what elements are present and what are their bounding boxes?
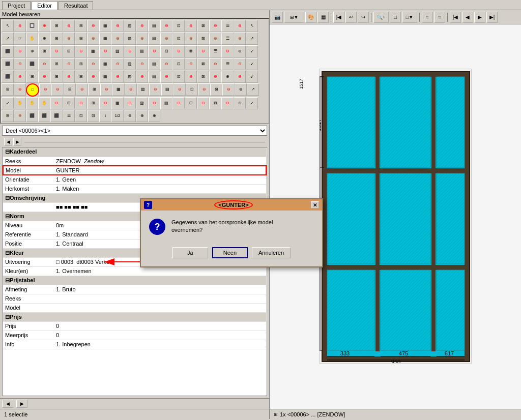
tool-btn-r6-7[interactable]: ⊖	[76, 83, 88, 96]
tool-btn-r3-6[interactable]: ⊞	[63, 45, 75, 57]
tool-btn-r5-9[interactable]: ▦	[99, 71, 111, 83]
part-selector[interactable]: Deel <00006><1>	[2, 126, 267, 136]
tool-btn-r5-8[interactable]: ⊖	[87, 71, 99, 83]
dialog-titlebar[interactable]: ? <GUNTER> ✕	[141, 199, 322, 211]
tool-btn-r2-7[interactable]: ⊞	[75, 33, 87, 45]
tool-btn-r7-19[interactable]: ⊖	[221, 97, 234, 109]
tool-btn-r4-21[interactable]: ↙	[246, 58, 258, 70]
tool-btn-r5-17[interactable]: ⊠	[197, 71, 209, 83]
tool-btn-7[interactable]: ⊞	[75, 20, 87, 32]
tool-btn-r6-19[interactable]: ⊖	[222, 83, 235, 96]
tool-btn-r2-19[interactable]: ☰	[221, 33, 234, 45]
tool-btn-r6-17[interactable]: ⊖	[198, 83, 210, 96]
prop-info[interactable]: Info 1. Inbegrepen	[3, 340, 266, 349]
tool-btn-r5-5[interactable]: ⊞	[50, 71, 63, 83]
prop-prijstabel-reeks[interactable]: Reeks	[3, 294, 266, 303]
tool-btn-12[interactable]: ⊖	[136, 20, 148, 32]
prop-nav-left[interactable]: ◀	[4, 138, 12, 146]
tool-btn-r8-5[interactable]: ⬛	[50, 110, 63, 122]
tool-btn-r2-20[interactable]: ⊖	[234, 33, 246, 45]
dialog-btn-annuleren[interactable]: Annuleren	[252, 247, 291, 258]
tool-btn-r5-2[interactable]: ⊖	[14, 71, 26, 83]
tool-btn-r4-6[interactable]: ⊖	[63, 58, 75, 70]
tool-btn-r2-1[interactable]: ↗	[2, 33, 14, 45]
tool-btn-r7-4[interactable]: ✋	[38, 97, 50, 109]
tool-btn-r6-20[interactable]: ⊕	[235, 83, 247, 96]
tool-btn-r5-6[interactable]: ⊖	[63, 71, 75, 83]
tool-btn-r2-3[interactable]: ✋	[26, 33, 38, 45]
tool-btn-r6-14[interactable]: ▤	[161, 83, 173, 96]
tool-btn-r2-17[interactable]: ⊠	[197, 33, 209, 45]
tool-btn-r2-11[interactable]: ▨	[124, 33, 136, 45]
tool-btn-r4-19[interactable]: ☰	[221, 58, 234, 70]
tool-btn-r3-20[interactable]: ⊕	[234, 45, 246, 57]
tb-skip-end[interactable]: ▶|	[486, 12, 498, 23]
tool-btn-r4-1[interactable]: ⬛	[2, 58, 14, 70]
tool-btn-15[interactable]: ⊡	[172, 20, 185, 32]
tool-btn-5[interactable]: ⊞	[50, 20, 63, 32]
tool-btn-r8-2[interactable]: ⊖	[14, 110, 26, 122]
tool-btn-4[interactable]: ⊕	[38, 20, 50, 32]
tool-btn-r7-20[interactable]: ⊕	[234, 97, 246, 109]
prop-nav-right[interactable]: ▶	[13, 138, 21, 146]
tool-btn-r4-11[interactable]: ▨	[124, 58, 136, 70]
tool-btn-r5-16[interactable]: ⊖	[185, 71, 197, 83]
tool-btn-r6-11[interactable]: ⊖	[125, 83, 137, 96]
tool-btn-r3-11[interactable]: ⊖	[124, 45, 136, 57]
tool-btn-r7-3[interactable]: ✋	[26, 97, 38, 109]
tool-btn-r7-8[interactable]: ⊞	[87, 97, 99, 109]
tool-btn-r6-4[interactable]: ⊖	[39, 83, 51, 96]
tool-btn-14[interactable]: ⊖	[160, 20, 172, 32]
tool-btn-18[interactable]: ⊖	[209, 20, 221, 32]
tool-btn-r7-5[interactable]: ⊖	[50, 97, 63, 109]
tool-btn-r4-2[interactable]: ⊖	[14, 58, 26, 70]
tb-undo[interactable]: ↩	[345, 12, 357, 23]
tool-btn-r8-7[interactable]: ⊡	[75, 110, 87, 122]
tool-btn-11[interactable]: ▨	[124, 20, 136, 32]
tool-btn-r4-18[interactable]: ⊖	[209, 58, 221, 70]
tool-btn-r4-10[interactable]: ⊖	[111, 58, 124, 70]
tool-btn-r5-19[interactable]: ⊕	[221, 71, 234, 83]
tool-btn-r3-5[interactable]: ⊖	[50, 45, 63, 57]
tool-btn-r4-7[interactable]: ⊞	[75, 58, 87, 70]
tool-btn-r3-21[interactable]: ↙	[246, 45, 258, 57]
tool-btn-r8-12[interactable]: ⊕	[136, 110, 148, 122]
tool-btn-r8-6[interactable]: ☰	[63, 110, 75, 122]
tool-btn-r4-15[interactable]: ⊡	[172, 58, 185, 70]
prop-model[interactable]: Model GUNTER	[3, 166, 266, 175]
tool-btn-r6-12[interactable]: ▨	[137, 83, 149, 96]
tool-btn-3[interactable]: 🔲	[26, 20, 38, 32]
tool-btn-r3-10[interactable]: ▨	[111, 45, 124, 57]
tool-btn-r2-4[interactable]: ⊕	[38, 33, 50, 45]
tool-btn-r4-8[interactable]: ⊖	[87, 58, 99, 70]
tool-btn-r8-3[interactable]: ⬛	[26, 110, 38, 122]
dialog-btn-ja[interactable]: Ja	[172, 247, 208, 258]
tool-btn-r4-9[interactable]: ▦	[99, 58, 111, 70]
tool-btn-r6-13[interactable]: ⊖	[149, 83, 161, 96]
tool-btn-r4-3[interactable]: ⬛	[26, 58, 38, 70]
tool-btn-r5-12[interactable]: ⊖	[136, 71, 148, 83]
prop-afmeting[interactable]: Afmeting 1. Bruto	[3, 285, 266, 294]
tool-btn-r3-15[interactable]: ⊖	[172, 45, 185, 57]
tool-btn-r4-12[interactable]: ⊖	[136, 58, 148, 70]
tb-view-btn[interactable]: ⊞▼	[284, 12, 304, 23]
tb-prev[interactable]: ◀	[462, 12, 473, 23]
tool-btn-r7-12[interactable]: ▨	[136, 97, 148, 109]
tool-btn-21[interactable]: ↖	[246, 20, 258, 32]
tool-btn-2[interactable]: ⊖	[14, 20, 26, 32]
tool-btn-r3-4[interactable]: ⊞	[38, 45, 50, 57]
tb-list-btn[interactable]: ≡	[422, 12, 433, 23]
tb-grid-btn[interactable]: ▦	[317, 12, 329, 23]
tool-btn-r8-8[interactable]: ⊡	[87, 110, 99, 122]
tool-btn-r5-15[interactable]: ⊡	[172, 71, 185, 83]
tool-btn-r5-18[interactable]: ⊖	[209, 71, 221, 83]
tool-btn-r2-6[interactable]: ⊖	[63, 33, 75, 45]
tool-btn-r7-13[interactable]: ⊖	[148, 97, 160, 109]
tb-next[interactable]: ▶	[474, 12, 485, 23]
tool-btn-r4-5[interactable]: ⊞	[50, 58, 63, 70]
tool-btn-r5-14[interactable]: ⊖	[160, 71, 172, 83]
tb-zoom-btn[interactable]: 🔍+	[373, 12, 389, 23]
tool-btn-r6-1[interactable]: ⊞	[2, 83, 14, 96]
tool-btn-r2-13[interactable]: ▤	[148, 33, 160, 45]
tb-fit2-btn[interactable]: □▼	[402, 12, 417, 23]
